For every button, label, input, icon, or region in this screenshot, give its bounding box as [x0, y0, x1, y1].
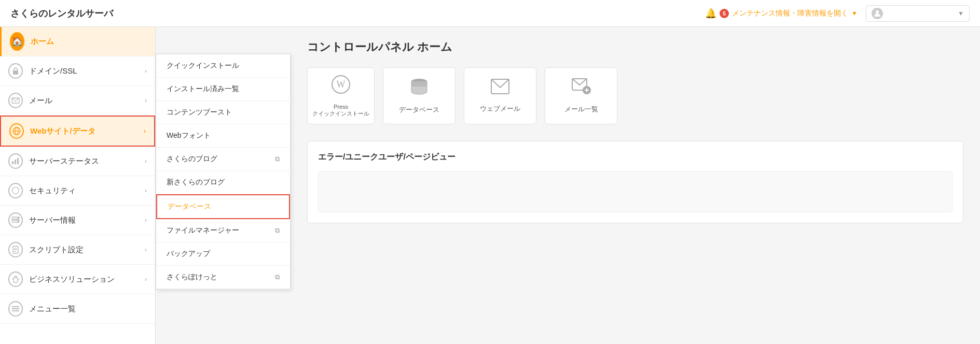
card-database[interactable]: データベース [383, 67, 456, 124]
sidebar-item-script[interactable]: スクリプト設定 › [0, 235, 155, 265]
ext-icon-file-manager: ⧉ [275, 226, 280, 235]
sidebar-label-stats: サーバーステータス [29, 156, 139, 166]
notification-label: メンテナンス情報・障害情報を開く [732, 9, 848, 18]
sidebar-label-domain: ドメイン/SSL [29, 66, 139, 76]
svg-rect-22 [12, 310, 19, 311]
sidebar-item-security[interactable]: セキュリティ › [0, 176, 155, 206]
submenu-item-file-manager[interactable]: ファイルマネージャー ⧉ [156, 219, 290, 242]
sidebar-label-web: Webサイト/データ [30, 126, 137, 136]
svg-rect-8 [17, 158, 19, 164]
business-icon [8, 271, 23, 287]
server-info-arrow: › [145, 217, 147, 224]
user-icon [872, 8, 883, 19]
card-webmail[interactable]: ウェブメール [464, 67, 536, 124]
sidebar-item-business[interactable]: ビジネスソリューション › [0, 265, 155, 294]
submenu-label-backup: バックアップ [167, 249, 210, 259]
submenu-item-content-boost[interactable]: コンテンツブースト [156, 101, 290, 124]
submenu-item-quick-install[interactable]: クイックインストール [156, 54, 290, 78]
ext-icon-sakura-pocket: ⧉ [275, 273, 280, 281]
svg-rect-6 [12, 161, 13, 164]
script-icon [8, 242, 23, 257]
svg-text:W: W [337, 79, 346, 90]
sidebar-label-script: スクリプト設定 [29, 245, 139, 255]
sidebar-item-mail[interactable]: メール › [0, 86, 155, 116]
chart-section: エラー/ユニークユーザ/ページビュー [307, 141, 963, 223]
card-label-webmail: ウェブメール [480, 104, 520, 113]
svg-rect-17 [13, 278, 18, 282]
security-icon-wrap [8, 183, 23, 198]
notification-button[interactable]: 🔔 5 メンテナンス情報・障害情報を開く ▼ [705, 8, 858, 19]
sidebar-item-web[interactable]: Webサイト/データ › [0, 116, 155, 147]
business-icon-wrap [8, 272, 23, 286]
domain-arrow: › [145, 67, 147, 75]
wordpress-icon: W [331, 75, 351, 98]
submenu-item-sakura-pocket[interactable]: さくらぽけっと ⧉ [156, 266, 290, 289]
ext-icon-sakura-blog: ⧉ [275, 155, 280, 163]
svg-rect-7 [15, 160, 16, 164]
security-icon [8, 183, 23, 198]
card-wordpress[interactable]: W Pressクイックインストール [307, 67, 375, 124]
mail-icon-wrap [8, 93, 23, 108]
mail-icon [8, 93, 23, 108]
sidebar-label-mail: メール [29, 96, 139, 106]
svg-rect-21 [12, 308, 19, 309]
sidebar-label-menu-list: メニュー一覧 [29, 304, 147, 314]
submenu-label-web-font: Webフォント [167, 131, 211, 140]
sidebar-label-security: セキュリティ [29, 186, 139, 196]
site-title: さくらのレンタルサーバ [10, 7, 113, 20]
submenu-item-new-sakura-blog[interactable]: 新さくらのブログ [156, 171, 290, 194]
submenu-item-installed-list[interactable]: インストール済み一覧 [156, 78, 290, 101]
sidebar-label-server-info: サーバー情報 [29, 216, 139, 225]
page-title: コントロールパネル ホーム [307, 39, 963, 55]
sidebar-item-stats[interactable]: サーバーステータス › [0, 147, 155, 176]
submenu-item-sakura-blog[interactable]: さくらのブログ ⧉ [156, 148, 290, 171]
web-arrow: › [144, 127, 146, 135]
menu-list-icon-wrap [8, 302, 23, 316]
submenu-item-database[interactable]: データベース [156, 194, 290, 219]
stats-arrow: › [145, 157, 147, 165]
script-icon-wrap [8, 242, 23, 257]
notification-arrow: ▼ [851, 10, 858, 17]
svg-point-0 [876, 10, 879, 13]
stats-icon-wrap [8, 154, 23, 168]
sidebar-item-menu-list[interactable]: メニュー一覧 [0, 294, 155, 324]
svg-rect-1 [13, 70, 18, 75]
business-arrow: › [145, 276, 147, 283]
card-label-database: データベース [399, 105, 439, 114]
sidebar-item-home[interactable]: 🏠 ホーム [0, 27, 155, 56]
script-arrow: › [145, 246, 147, 253]
server-info-icon-wrap [8, 213, 23, 227]
submenu-item-web-font[interactable]: Webフォント [156, 124, 290, 148]
submenu-item-backup[interactable]: バックアップ [156, 242, 290, 266]
submenu-label-content-boost: コンテンツブースト [167, 108, 232, 117]
mail-arrow: › [145, 97, 147, 104]
chevron-down-icon: ▼ [958, 10, 964, 17]
card-mail-list[interactable]: メール一覧 [545, 67, 617, 124]
bell-icon: 🔔 [705, 8, 716, 19]
sidebar-item-server-info[interactable]: サーバー情報 › [0, 206, 155, 235]
submenu-label-database: データベース [168, 202, 211, 211]
submenu-label-installed-list: インストール済み一覧 [167, 84, 239, 94]
svg-point-12 [18, 221, 19, 222]
user-dropdown[interactable]: ▼ [866, 5, 970, 22]
submenu-label-sakura-blog: さくらのブログ [167, 154, 217, 164]
notification-badge: 5 [720, 9, 729, 18]
card-label-mail-list: メール一覧 [564, 105, 598, 114]
card-label-wordpress: Pressクイックインストール [312, 104, 369, 118]
home-icon-wrap: 🏠 [10, 34, 24, 49]
home-circle-icon: 🏠 [10, 32, 24, 51]
submenu-label-sakura-pocket: さくらぽけっと [167, 273, 217, 282]
sidebar: 🏠 ホーム ドメイン/SSL › メール › [0, 27, 156, 344]
domain-icon-wrap [8, 64, 23, 78]
sidebar-item-domain[interactable]: ドメイン/SSL › [0, 56, 155, 86]
web-icon-wrap [9, 124, 24, 138]
svg-rect-20 [12, 306, 19, 307]
svg-point-11 [18, 218, 19, 219]
header: さくらのレンタルサーバ 🔔 5 メンテナンス情報・障害情報を開く ▼ ▼ [0, 0, 980, 27]
mail-list-card-icon [571, 78, 591, 99]
header-right: 🔔 5 メンテナンス情報・障害情報を開く ▼ ▼ [705, 5, 970, 22]
menu-list-icon [8, 301, 23, 317]
submenu-label-quick-install: クイックインストール [167, 61, 239, 70]
sidebar-label-business: ビジネスソリューション [29, 275, 139, 284]
sidebar-label-home: ホーム [31, 37, 147, 47]
